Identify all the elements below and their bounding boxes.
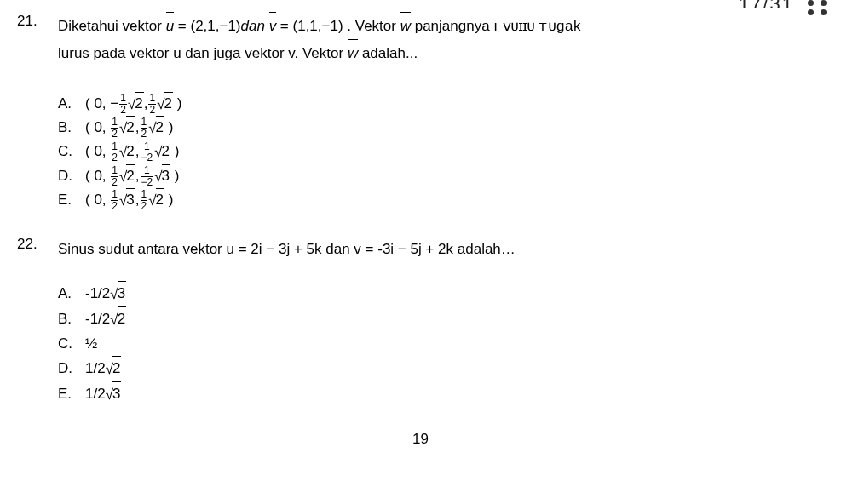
q21-opt-e-label: E. [58,189,85,211]
q21-b-frac1: 12 [111,117,118,139]
q21-c-rp: ) [170,143,179,159]
q21-opt-d-label: D. [58,165,85,187]
q21-opt-c-value: ( 0, 12√2,1−2√2 ) [85,140,179,163]
q21-opt-a-label: A. [58,93,85,115]
q22-opt-a-label: A. [58,282,85,306]
q22-opt-d-label: D. [58,357,85,381]
q21-a-neg: − [110,95,118,112]
q21-c-frac2: 1−2 [141,141,154,163]
q22-mid2: = -3i − 5j + 2k adalah… [361,241,516,257]
q21-e-sqrt2: 2 [156,188,164,211]
q21-c-sqrt2: 2 [162,140,170,163]
more-dots-icon [808,0,828,15]
question-22-body: 22. Sinus sudut antara vektor u = 2i − 3… [17,236,824,263]
q21-b-frac2: 12 [141,117,148,139]
page-number: 19 [17,431,824,448]
q21-vec-w2: w [348,40,358,67]
q21-b-sqrt1: 2 [126,116,135,139]
q22-d-pre: 1/2 [85,360,106,376]
q21-vec-v: v [269,13,277,40]
q21-eq1: = (2,1,−1) [174,18,240,34]
q21-c-sqrt1: 2 [126,140,135,163]
q21-text-2b: adalah... [358,45,418,61]
q21-c-frac1: 12 [111,141,118,163]
top-partial-text: 17/31 [739,0,794,8]
q21-option-b: B. ( 0, 12√2,12√2 ) [58,116,824,140]
q21-opt-c-label: C. [58,140,85,163]
q21-opt-e-value: ( 0, 12√3,12√2 ) [85,188,173,212]
q21-b-rp: ) [164,119,173,135]
q22-opt-c-label: C. [58,332,85,356]
q22-opt-b-label: B. [58,307,85,331]
q21-opt-d-value: ( 0, 12√2,1−2√3 ) [85,164,179,188]
question-21-text: Diketahui vektor u = (2,1,−1)dan v = (1,… [58,13,581,68]
q21-a-sqrt1: 2 [135,92,143,115]
q22-e-sqrt: 3 [112,381,121,406]
question-21-body: 21. Diketahui vektor u = (2,1,−1)dan v =… [17,13,824,68]
q22-opt-d-value: 1/2√2 [85,356,121,381]
q21-e-frac2: 12 [141,189,148,211]
q21-dan: dan [241,18,265,34]
q21-a-sqrt2: 2 [164,92,173,115]
question-22-options: A. -1/2√3 B. -1/2√2 C. ½ D. 1/2√2 E. 1/2… [58,281,824,407]
q21-text-2a: lurus pada vektor u dan juga vektor v. V… [58,45,348,61]
q22-opt-b-value: -1/2√2 [85,306,126,332]
q21-a-frac1: 12 [119,93,127,115]
q21-b-lp: ( 0, [85,119,110,135]
q21-option-e: E. ( 0, 12√3,12√2 ) [58,188,824,212]
q22-vec-v: v [354,241,361,257]
q21-opt-b-value: ( 0, 12√2,12√2 ) [85,116,173,140]
question-22: 22. Sinus sudut antara vektor u = 2i − 3… [17,236,824,407]
q21-opt-a-value: ( 0, −12√2,12√2 ) [85,92,181,116]
q22-e-pre: 1/2 [85,386,106,402]
q21-text-1a: Diketahui vektor [58,18,166,34]
q21-e-frac1: 12 [111,189,118,211]
question-21: 21. Diketahui vektor u = (2,1,−1)dan v =… [17,13,824,212]
q22-text-a: Sinus sudut antara vektor [58,241,227,257]
q22-option-d: D. 1/2√2 [58,356,824,381]
q21-option-d: D. ( 0, 12√2,1−2√3 ) [58,164,824,188]
q21-a-frac2: 12 [148,93,156,115]
q22-mid1: = 2i − 3j + 5k dan [234,241,354,257]
q22-a-pre: -1/2 [85,285,110,301]
q22-d-sqrt: 2 [112,356,121,381]
q21-b-sqrt2: 2 [156,116,164,139]
q22-opt-e-label: E. [58,382,85,406]
q21-option-c: C. ( 0, 12√2,1−2√2 ) [58,140,824,163]
q22-vec-u: u [227,241,234,257]
q22-option-e: E. 1/2√3 [58,381,824,407]
q22-opt-a-value: -1/2√3 [85,281,126,306]
q21-d-sqrt2: 3 [162,164,170,187]
question-22-number: 22. [17,236,58,253]
q21-d-lp: ( 0, [85,168,110,184]
q21-eq2: = (1,1,−1) [276,18,343,34]
question-21-options: A. ( 0, −12√2,12√2 ) B. ( 0, 12√2,12√2 )… [58,92,824,213]
q21-text-partial: ı ᴠᴜɪɪᴜ ᴛᴜgak [493,18,581,34]
q21-a-lp: ( 0, [85,95,110,112]
q21-text-1c: panjangnya [411,18,493,34]
q22-a-sqrt: 3 [118,281,126,306]
q21-e-lp: ( 0, [85,192,110,208]
q21-d-sqrt1: 2 [126,164,135,187]
q22-b-pre: -1/2 [85,311,110,327]
question-21-number: 21. [17,13,58,30]
q21-a-rp: ) [173,95,181,112]
q21-vec-w: w [400,13,411,40]
q22-option-c: C. ½ [58,332,824,356]
q22-b-sqrt: 2 [118,306,126,331]
q22-opt-c-value: ½ [85,332,97,356]
q21-c-lp: ( 0, [85,143,110,159]
q21-opt-b-label: B. [58,117,85,139]
q21-d-frac1: 12 [111,165,118,187]
q22-option-a: A. -1/2√3 [58,281,824,306]
q21-option-a: A. ( 0, −12√2,12√2 ) [58,92,824,116]
question-22-text: Sinus sudut antara vektor u = 2i − 3j + … [58,236,516,263]
q21-vec-u: u [166,13,174,40]
q21-e-sqrt1: 3 [126,188,135,211]
q21-d-frac2: 1−2 [141,165,154,187]
q22-opt-e-value: 1/2√3 [85,381,121,407]
q21-text-1b: . Vektor [343,18,400,34]
q22-option-b: B. -1/2√2 [58,306,824,332]
q21-e-rp: ) [164,192,173,208]
q21-d-rp: ) [170,168,179,184]
